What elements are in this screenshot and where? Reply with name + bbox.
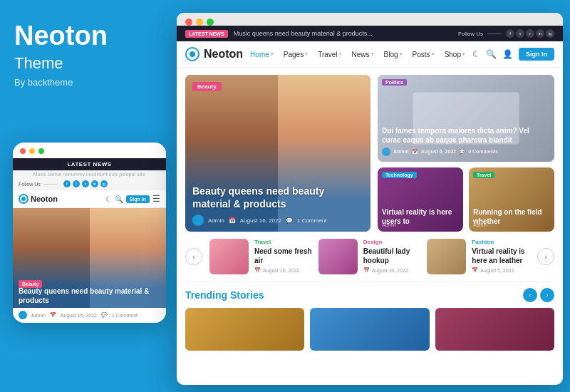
- nav-home[interactable]: Home ▾: [250, 51, 274, 58]
- nav-logo-text: Neoton: [204, 48, 243, 61]
- mobile-author: Admin: [31, 313, 46, 318]
- topbar-twitter-icon[interactable]: t: [516, 29, 524, 38]
- featured-comment-icon: 💬: [286, 217, 293, 224]
- follow-line-decoration: [43, 184, 58, 185]
- brand-name: Neoton: [14, 21, 171, 51]
- topbar-facebook-icon[interactable]: f: [506, 29, 514, 38]
- nav-news[interactable]: News ▾: [352, 51, 374, 58]
- trending-cards: [185, 308, 554, 351]
- desert-meta: Admin: [473, 222, 550, 227]
- side-bottom-row: Technology Virtual reality is here users…: [378, 167, 554, 232]
- nav-user-icon[interactable]: 👤: [502, 49, 513, 59]
- browser-minimize-dot: [196, 19, 203, 26]
- mobile-close-dot: [20, 148, 26, 154]
- mobile-menu-icon[interactable]: ☰: [152, 194, 160, 204]
- nav-moon-icon[interactable]: ☾: [472, 49, 480, 59]
- mobile-header-icons: ☾ 🔍 Sign In ☰: [105, 194, 160, 204]
- vr-badge: Technology: [382, 172, 417, 178]
- topbar-follow-label: Follow Us: [458, 31, 483, 37]
- mobile-social-icons: f t r in ig: [63, 180, 108, 187]
- side-top-title: Dui fames tempora maiores dicta anim? Ve…: [382, 126, 550, 156]
- next-arrow-button[interactable]: ›: [537, 248, 554, 265]
- topbar-social-icons: f t r in ig: [506, 29, 554, 38]
- linkedin-icon: in: [91, 180, 98, 187]
- side-top-meta: Admin 📅 August 6, 2022 💬 0 Comments: [382, 148, 550, 156]
- mobile-search-icon[interactable]: 🔍: [115, 195, 123, 203]
- desert-badge: Travel: [473, 172, 494, 178]
- article-date-2: 📅 August 16, 2022: [363, 267, 422, 273]
- trending-card-1[interactable]: [185, 308, 304, 351]
- trending-prev-button[interactable]: ‹: [523, 288, 537, 302]
- mobile-moon-icon[interactable]: ☾: [105, 195, 112, 203]
- browser-close-dot: [185, 19, 192, 26]
- article-card-3[interactable]: Fashion Virtual reality is here an leath…: [427, 239, 530, 274]
- browser-maximize-dot: [207, 19, 214, 26]
- trending-title: Trending Stories: [185, 289, 264, 301]
- trending-next-button[interactable]: ›: [540, 288, 554, 302]
- nav-travel-label: Travel: [318, 51, 337, 58]
- mobile-logo: Neoton: [19, 194, 58, 204]
- content-area: Beauty Beauty queens need beauty materia…: [177, 68, 563, 385]
- mobile-minimize-dot: [29, 148, 35, 154]
- nav-blog[interactable]: Blog ▾: [384, 51, 403, 58]
- article-info-1: Travel Need some fresh air 📅 August 16, …: [254, 239, 313, 273]
- topbar-follow-line: [487, 33, 502, 34]
- article-card-2[interactable]: Design Beautiful lady hookup 📅 August 16…: [318, 239, 422, 274]
- topbar-linkedin-icon[interactable]: in: [536, 29, 544, 38]
- featured-grid: Beauty Beauty queens need beauty materia…: [185, 75, 554, 232]
- mobile-comment: 1 Comment: [112, 313, 138, 318]
- nav-pages[interactable]: Pages ▾: [284, 51, 308, 58]
- nav-shop[interactable]: Shop ▾: [445, 51, 465, 58]
- nav-shop-caret: ▾: [462, 51, 465, 57]
- article-card-1[interactable]: Travel Need some fresh air 📅 August 16, …: [209, 239, 313, 274]
- nav-shop-label: Shop: [445, 51, 461, 58]
- prev-arrow-button[interactable]: ‹: [185, 248, 202, 265]
- trending-card-2[interactable]: [310, 308, 429, 351]
- article-title-2: Beautiful lady hookup: [363, 247, 422, 265]
- article-cat-3: Fashion: [472, 239, 530, 245]
- nav-logo: Neoton: [185, 47, 243, 61]
- mobile-header: Neoton ☾ 🔍 Sign In ☰: [13, 190, 166, 208]
- article-cal-icon-1: 📅: [254, 267, 261, 273]
- article-cat-2: Design: [363, 239, 422, 245]
- article-date-text-3: August 5, 2022: [480, 268, 514, 273]
- topbar-left: LATEST NEWS Music queens need beauty mat…: [185, 30, 373, 38]
- article-title-3: Virtual reality is here an leather: [472, 247, 530, 265]
- side-top-title-text: Dui fames tempora maiores dicta anim? Ve…: [382, 126, 550, 145]
- nav-sign-in-button[interactable]: Sign In: [519, 48, 554, 61]
- article-info-3: Fashion Virtual reality is here an leath…: [472, 239, 530, 273]
- article-cards: Travel Need some fresh air 📅 August 16, …: [209, 239, 530, 274]
- topbar-rss-icon[interactable]: r: [526, 29, 534, 38]
- article-date-3: 📅 August 5, 2022: [472, 267, 530, 273]
- featured-date: August 16, 2022: [240, 217, 281, 224]
- twitter-icon: t: [73, 180, 80, 187]
- desert-card[interactable]: Travel Running on the field whether Admi…: [469, 167, 554, 232]
- nav-travel[interactable]: Travel ▾: [318, 51, 341, 58]
- nav-search-icon[interactable]: 🔍: [486, 49, 497, 59]
- article-info-2: Design Beautiful lady hookup 📅 August 16…: [363, 239, 422, 273]
- desktop-mockup: LATEST NEWS Music queens need beauty mat…: [177, 13, 563, 385]
- instagram-icon: ig: [100, 180, 108, 187]
- side-top-comment-icon: 💬: [459, 148, 465, 155]
- article-title-1: Need some fresh air: [254, 247, 313, 265]
- article-cal-icon-2: 📅: [363, 267, 370, 273]
- article-date-text-1: August 16, 2022: [263, 268, 299, 273]
- article-cal-icon-3: 📅: [472, 267, 478, 273]
- mobile-hero-title: Beauty queens need beauty material & pro…: [19, 287, 160, 305]
- side-top-article[interactable]: Politics Dui fames tempora maiores dicta…: [378, 75, 554, 162]
- topbar-ticker: Music queens need beauty material & prod…: [234, 30, 373, 37]
- nav-home-label: Home: [250, 51, 269, 58]
- mobile-logo-text: Neoton: [31, 195, 58, 203]
- side-top-avatar: [382, 148, 390, 156]
- brand-by: By backtheme: [14, 77, 171, 88]
- trending-card-3[interactable]: [435, 308, 554, 351]
- article-date-text-2: August 16, 2022: [372, 268, 408, 273]
- mobile-hero: Beauty Beauty queens need beauty materia…: [13, 208, 166, 308]
- facebook-icon: f: [63, 180, 71, 187]
- vr-meta: Admin: [382, 222, 459, 227]
- mobile-sign-in-button[interactable]: Sign In: [126, 195, 150, 203]
- vr-card[interactable]: Technology Virtual reality is here users…: [378, 167, 463, 232]
- nav-posts[interactable]: Posts ▾: [413, 51, 435, 58]
- topbar-instagram-icon[interactable]: ig: [546, 29, 554, 38]
- featured-main-article[interactable]: Beauty Beauty queens need beauty materia…: [185, 75, 370, 232]
